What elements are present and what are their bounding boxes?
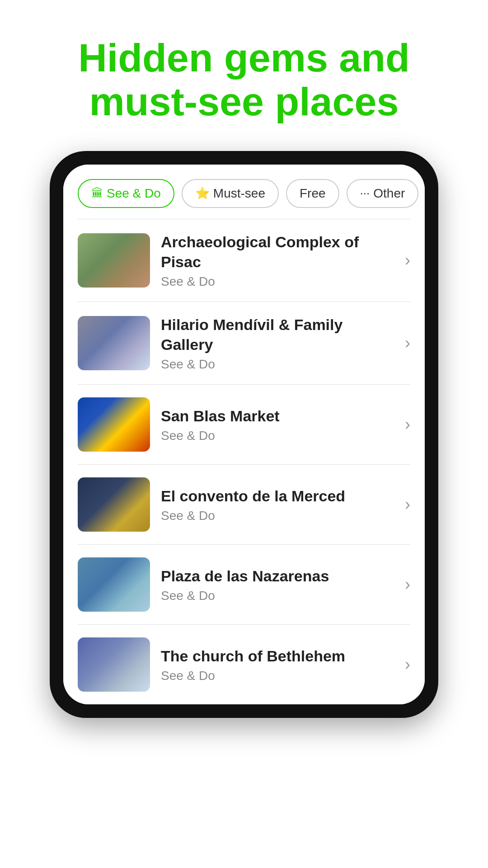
see-do-icon: 🏛 xyxy=(91,186,103,200)
place-thumbnail xyxy=(78,637,150,692)
tab-free-label: Free xyxy=(300,186,326,201)
place-info: The church of Bethlehem See & Do xyxy=(150,646,405,683)
place-info: San Blas Market See & Do xyxy=(150,406,405,443)
list-item[interactable]: El convento de la Merced See & Do › xyxy=(63,465,425,544)
list-item[interactable]: The church of Bethlehem See & Do › xyxy=(63,625,425,704)
place-thumbnail xyxy=(78,477,150,532)
page-title: Hidden gems and must-see places xyxy=(27,36,461,124)
place-thumbnail xyxy=(78,233,150,288)
place-name: Archaeological Complex of Pisac xyxy=(161,232,394,272)
list-item[interactable]: San Blas Market See & Do › xyxy=(63,385,425,464)
must-see-icon: ⭐ xyxy=(195,186,210,200)
place-category: See & Do xyxy=(161,357,394,372)
place-category: See & Do xyxy=(161,509,394,523)
tab-free[interactable]: Free xyxy=(286,179,339,208)
chevron-right-icon: › xyxy=(405,251,410,270)
tab-other[interactable]: ··· Other xyxy=(347,179,419,208)
tab-must-see[interactable]: ⭐ Must-see xyxy=(182,179,279,208)
tab-see-do-label: See & Do xyxy=(107,186,161,201)
chevron-right-icon: › xyxy=(405,415,410,434)
place-name: Plaza de las Nazarenas xyxy=(161,566,394,586)
place-category: See & Do xyxy=(161,274,394,289)
place-info: Archaeological Complex of Pisac See & Do xyxy=(150,232,405,289)
phone-frame: 🏛 See & Do ⭐ Must-see Free ··· Other xyxy=(50,151,438,718)
place-info: Plaza de las Nazarenas See & Do xyxy=(150,566,405,603)
place-name: San Blas Market xyxy=(161,406,394,426)
place-name: The church of Bethlehem xyxy=(161,646,394,666)
chevron-right-icon: › xyxy=(405,495,410,514)
place-thumbnail xyxy=(78,397,150,452)
place-list: Archaeological Complex of Pisac See & Do… xyxy=(63,219,425,705)
tab-must-see-label: Must-see xyxy=(213,186,265,201)
list-item[interactable]: Plaza de las Nazarenas See & Do › xyxy=(63,545,425,624)
place-info: El convento de la Merced See & Do xyxy=(150,486,405,523)
list-item[interactable]: Hilario Mendívil & Family Gallery See & … xyxy=(63,302,425,384)
place-thumbnail xyxy=(78,316,150,370)
list-item[interactable]: Archaeological Complex of Pisac See & Do… xyxy=(63,219,425,302)
chevron-right-icon: › xyxy=(405,655,410,674)
filter-tabs-bar: 🏛 See & Do ⭐ Must-see Free ··· Other xyxy=(63,165,425,219)
chevron-right-icon: › xyxy=(405,334,410,353)
tab-other-label: Other xyxy=(373,186,405,201)
page-header: Hidden gems and must-see places xyxy=(0,0,488,151)
tab-see-do[interactable]: 🏛 See & Do xyxy=(78,179,174,208)
place-name: Hilario Mendívil & Family Gallery xyxy=(161,315,394,354)
place-thumbnail xyxy=(78,557,150,612)
place-category: See & Do xyxy=(161,429,394,443)
place-info: Hilario Mendívil & Family Gallery See & … xyxy=(150,315,405,372)
other-icon: ··· xyxy=(360,186,370,200)
place-category: See & Do xyxy=(161,669,394,683)
place-name: El convento de la Merced xyxy=(161,486,394,506)
place-category: See & Do xyxy=(161,589,394,603)
chevron-right-icon: › xyxy=(405,575,410,594)
phone-screen: 🏛 See & Do ⭐ Must-see Free ··· Other xyxy=(63,165,425,705)
